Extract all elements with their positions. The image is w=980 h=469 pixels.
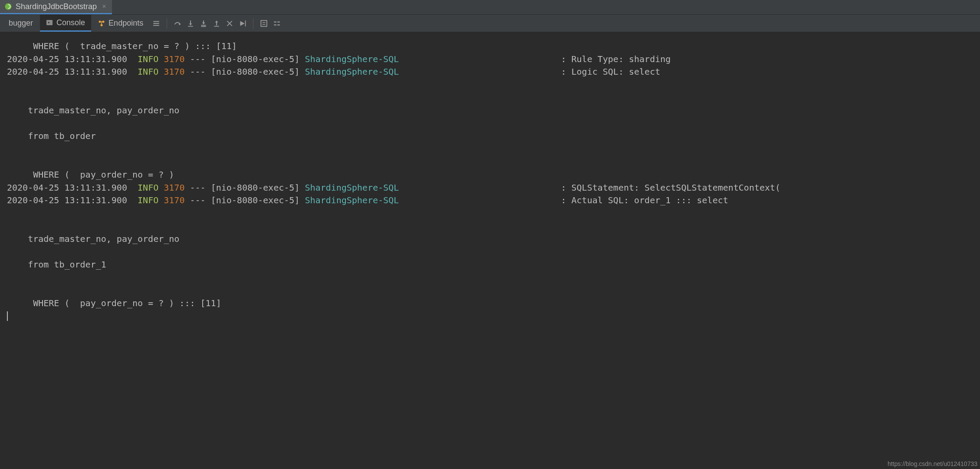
svg-marker-12 [215, 20, 218, 23]
file-tab-sharding[interactable]: ShardingJdbcBootstrap × [0, 0, 112, 14]
step-over-icon[interactable] [171, 17, 184, 30]
evaluate-expression-icon[interactable] [258, 17, 270, 30]
console-caret-line [7, 310, 980, 323]
toggle-wrap-icon[interactable] [150, 17, 162, 30]
file-tab-title: ShardingJdbcBootstrap [16, 2, 97, 11]
toolbar-divider [167, 18, 167, 29]
svg-rect-13 [214, 26, 219, 26]
console-line [7, 220, 980, 233]
console-line: 2020-04-25 13:11:31.900 INFO 3170 --- [n… [7, 194, 980, 207]
svg-rect-8 [188, 26, 193, 26]
console-line: trade_master_no, pay_order_no [7, 233, 980, 246]
file-tab-bar: ShardingJdbcBootstrap × [0, 0, 980, 15]
console-line [7, 79, 980, 92]
console-icon [46, 19, 53, 26]
watermark-text: https://blog.csdn.net/u012410733 [888, 460, 977, 467]
spring-boot-icon [4, 3, 12, 10]
endpoints-icon [98, 20, 105, 27]
console-line: WHERE ( pay_order_no = ? ) ::: [11] [7, 297, 980, 310]
console-line [7, 246, 980, 259]
tab-console[interactable]: Console [40, 15, 91, 32]
run-to-cursor-icon[interactable] [237, 17, 249, 30]
console-line: from tb_order [7, 130, 980, 143]
console-line [7, 117, 980, 130]
console-line [7, 155, 980, 168]
toolbar-divider-2 [253, 18, 253, 29]
step-out-icon[interactable] [210, 17, 223, 30]
console-line: trade_master_no, pay_order_no [7, 104, 980, 117]
console-line [7, 284, 980, 297]
close-icon[interactable]: × [102, 3, 106, 10]
console-line [7, 143, 980, 156]
console-line: from tb_order_1 [7, 258, 980, 271]
console-output[interactable]: WHERE ( trade_master_no = ? ) ::: [11]20… [0, 32, 980, 469]
force-step-into-icon[interactable] [197, 17, 210, 30]
svg-rect-15 [261, 20, 267, 26]
svg-marker-7 [189, 23, 192, 26]
console-line: WHERE ( pay_order_no = ? ) [7, 168, 980, 182]
tab-debugger-label: bugger [9, 19, 33, 28]
console-line: WHERE ( trade_master_no = ? ) ::: [11] [7, 40, 980, 53]
console-line [7, 91, 980, 104]
debug-toolbar: bugger Console Endpoints [0, 15, 980, 32]
tab-endpoints-label: Endpoints [109, 19, 143, 28]
svg-rect-11 [201, 26, 206, 27]
svg-marker-9 [202, 22, 205, 24]
tab-console-label: Console [56, 18, 85, 27]
tab-debugger[interactable]: bugger [3, 15, 39, 32]
drop-frame-icon[interactable] [224, 17, 236, 30]
console-line [7, 207, 980, 220]
caret-icon [7, 311, 8, 321]
trace-current-stream-chain-icon[interactable] [271, 17, 283, 30]
console-line [7, 271, 980, 284]
tab-endpoints[interactable]: Endpoints [92, 15, 149, 32]
console-line: 2020-04-25 13:11:31.900 INFO 3170 --- [n… [7, 53, 980, 66]
step-into-icon[interactable] [184, 17, 197, 30]
console-line: 2020-04-25 13:11:31.900 INFO 3170 --- [n… [7, 182, 980, 195]
console-line: 2020-04-25 13:11:31.900 INFO 3170 --- [n… [7, 66, 980, 79]
svg-rect-14 [245, 20, 246, 26]
svg-rect-10 [201, 25, 206, 26]
